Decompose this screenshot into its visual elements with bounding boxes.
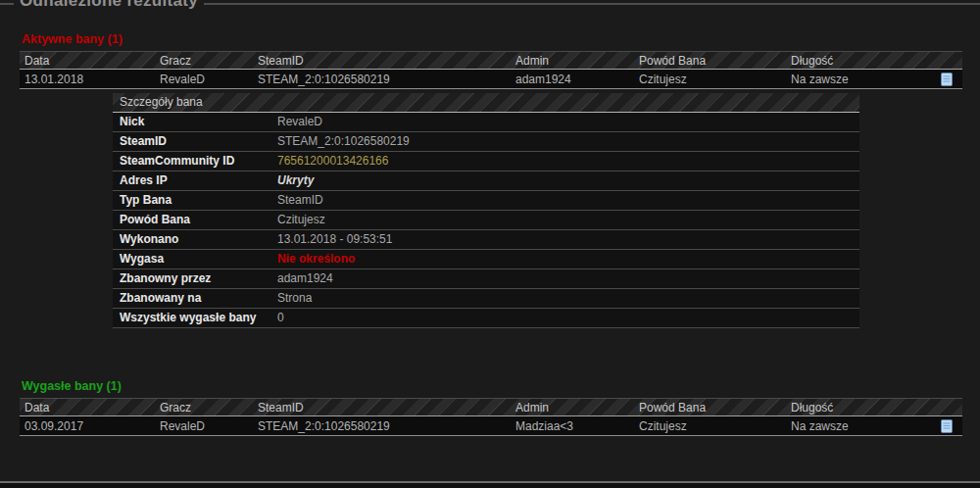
detail-label: Nick xyxy=(113,113,277,131)
column-header-gracz: Gracz xyxy=(160,54,258,68)
detail-label: Zbanowny przez xyxy=(113,269,277,288)
detail-value: 0 xyxy=(277,309,284,327)
detail-row-steamid: SteamID STEAM_2:0:1026580219 xyxy=(113,132,859,152)
detail-row-steamcommunity-id: SteamCommunity ID 76561200013426166 xyxy=(113,152,859,171)
detail-label: SteamID xyxy=(113,132,277,151)
detail-value: RevaleD xyxy=(277,113,322,131)
detail-label: SteamCommunity ID xyxy=(113,152,277,171)
expired-bans-table: Data Gracz SteamID Admin Powód Bana Dług… xyxy=(20,398,962,436)
cell-steamid: STEAM_2:0:1026580219 xyxy=(258,419,515,433)
cell-dlugosc: Na zawsze xyxy=(791,419,928,433)
results-panel: Aktywne bany (1) Data Gracz SteamID Admi… xyxy=(20,0,962,436)
page-title: Odnalezione rezultaty xyxy=(14,0,204,11)
column-header-admin: Admin xyxy=(515,54,639,68)
steamcommunity-id-link[interactable]: 76561200013426166 xyxy=(277,152,388,171)
detail-row-zbanowany-na: Zbanowany na Strona xyxy=(113,289,859,309)
document-icon[interactable] xyxy=(941,73,953,86)
detail-row-wygasa: Wygasa Nie określono xyxy=(113,250,859,269)
detail-value: 13.01.2018 - 09:53:51 xyxy=(277,230,392,249)
detail-row-wszystkie-wygasle-bany: Wszystkie wygasłe bany 0 xyxy=(113,309,859,328)
detail-row-nick: Nick RevaleD xyxy=(113,113,859,132)
detail-value: Czitujesz xyxy=(277,211,325,229)
column-header-powod: Powód Bana xyxy=(639,54,791,68)
cell-steamid: STEAM_2:0:1026580219 xyxy=(258,73,515,86)
detail-row-zbanowny-przez: Zbanowny przez adam1924 xyxy=(113,269,859,289)
column-header-admin: Admin xyxy=(515,401,639,415)
column-header-steamid: SteamID xyxy=(258,54,515,68)
cell-admin: adam1924 xyxy=(515,73,639,86)
column-header-powod: Powód Bana xyxy=(639,401,791,415)
column-header-data: Data xyxy=(20,54,160,68)
expired-ban-row[interactable]: 03.09.2017 RevaleD STEAM_2:0:1026580219 … xyxy=(20,416,962,436)
cell-gracz: RevaleD xyxy=(160,73,258,86)
detail-label: Typ Bana xyxy=(113,191,277,210)
cell-dlugosc: Na zawsze xyxy=(791,73,928,86)
detail-value: SteamID xyxy=(277,191,323,210)
active-bans-heading: Aktywne bany (1) xyxy=(22,32,962,46)
cell-data: 13.01.2018 xyxy=(20,73,160,86)
table-header-row: Data Gracz SteamID Admin Powód Bana Dług… xyxy=(20,52,962,70)
page-footer-area xyxy=(0,483,980,488)
cell-powod: Czitujesz xyxy=(639,419,791,433)
detail-value-hidden-ip: Ukryty xyxy=(277,171,314,190)
detail-value: Strona xyxy=(277,289,312,308)
cell-gracz: RevaleD xyxy=(160,419,258,433)
detail-value: adam1924 xyxy=(277,269,333,288)
detail-label: Wygasa xyxy=(113,250,277,268)
cell-data: 03.09.2017 xyxy=(20,419,160,433)
cell-powod: Czitujesz xyxy=(639,73,791,86)
active-bans-table: Data Gracz SteamID Admin Powód Bana Dług… xyxy=(20,51,962,89)
cell-admin: Madziaa<3 xyxy=(515,419,639,433)
expired-bans-heading: Wygasłe bany (1) xyxy=(22,379,962,393)
detail-label: Zbanowany na xyxy=(113,289,277,308)
detail-value-expires: Nie określono xyxy=(277,250,355,268)
active-ban-row[interactable]: 13.01.2018 RevaleD STEAM_2:0:1026580219 … xyxy=(20,70,962,89)
detail-label: Adres IP xyxy=(113,171,277,190)
column-header-data: Data xyxy=(20,401,160,415)
ban-details-header: Szczegóły bana xyxy=(113,93,859,113)
detail-value: STEAM_2:0:1026580219 xyxy=(277,132,410,151)
detail-label: Powód Bana xyxy=(113,211,277,229)
detail-row-wykonano: Wykonano 13.01.2018 - 09:53:51 xyxy=(113,230,859,250)
column-header-dlugosc: Długość xyxy=(791,54,928,68)
detail-row-typ-bana: Typ Bana SteamID xyxy=(113,191,859,211)
detail-label: Wykonano xyxy=(113,230,277,249)
document-icon[interactable] xyxy=(941,419,953,433)
detail-label: Wszystkie wygasłe bany xyxy=(113,309,277,327)
table-header-row: Data Gracz SteamID Admin Powód Bana Dług… xyxy=(20,399,962,416)
column-header-dlugosc: Długość xyxy=(791,401,928,415)
column-header-gracz: Gracz xyxy=(160,401,258,415)
ban-details-panel: Szczegóły bana Nick RevaleD SteamID STEA… xyxy=(113,93,859,328)
column-header-steamid: SteamID xyxy=(258,401,515,415)
detail-row-adres-ip: Adres IP Ukryty xyxy=(113,171,859,191)
detail-row-powod-bana: Powód Bana Czitujesz xyxy=(113,211,859,230)
